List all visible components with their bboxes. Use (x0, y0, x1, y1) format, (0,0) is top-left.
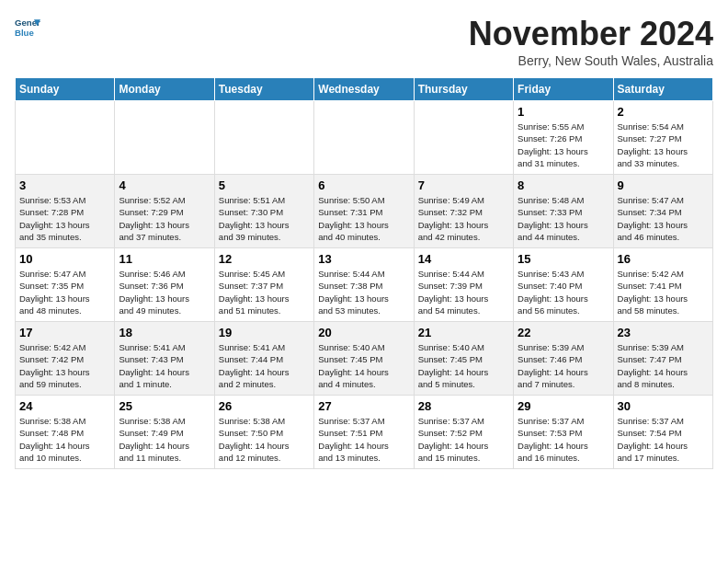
calendar-cell: 16Sunrise: 5:42 AM Sunset: 7:41 PM Dayli… (613, 248, 712, 322)
day-info: Sunrise: 5:40 AM Sunset: 7:45 PM Dayligh… (318, 341, 409, 390)
calendar-cell: 23Sunrise: 5:39 AM Sunset: 7:47 PM Dayli… (613, 322, 712, 396)
day-number: 12 (219, 252, 310, 266)
day-number: 22 (518, 326, 609, 339)
calendar-cell: 17Sunrise: 5:42 AM Sunset: 7:42 PM Dayli… (16, 322, 115, 396)
col-header-saturday: Saturday (613, 78, 712, 101)
col-header-sunday: Sunday (16, 78, 115, 101)
day-number: 13 (318, 252, 409, 266)
calendar-table: SundayMondayTuesdayWednesdayThursdayFrid… (15, 77, 713, 469)
logo-icon: General Blue (15, 15, 40, 40)
day-number: 29 (518, 399, 609, 413)
day-info: Sunrise: 5:42 AM Sunset: 7:42 PM Dayligh… (19, 341, 110, 390)
day-number: 5 (219, 178, 310, 192)
calendar-cell: 7Sunrise: 5:49 AM Sunset: 7:32 PM Daylig… (414, 175, 513, 248)
day-number: 10 (19, 252, 110, 266)
day-number: 3 (19, 178, 110, 192)
location-subtitle: Berry, New South Wales, Australia (469, 53, 713, 68)
day-number: 30 (618, 399, 709, 413)
calendar-cell: 6Sunrise: 5:50 AM Sunset: 7:31 PM Daylig… (314, 175, 414, 248)
calendar-cell (214, 101, 313, 175)
calendar-cell: 9Sunrise: 5:47 AM Sunset: 7:34 PM Daylig… (613, 175, 712, 248)
day-info: Sunrise: 5:37 AM Sunset: 7:54 PM Dayligh… (618, 415, 709, 464)
calendar-cell: 5Sunrise: 5:51 AM Sunset: 7:30 PM Daylig… (214, 175, 313, 248)
day-info: Sunrise: 5:40 AM Sunset: 7:45 PM Dayligh… (418, 341, 509, 390)
day-number: 16 (618, 252, 709, 266)
calendar-cell: 29Sunrise: 5:37 AM Sunset: 7:53 PM Dayli… (514, 396, 613, 469)
calendar-cell: 3Sunrise: 5:53 AM Sunset: 7:28 PM Daylig… (16, 175, 115, 248)
day-info: Sunrise: 5:53 AM Sunset: 7:28 PM Dayligh… (19, 194, 110, 243)
day-info: Sunrise: 5:50 AM Sunset: 7:31 PM Dayligh… (318, 194, 409, 243)
calendar-cell: 11Sunrise: 5:46 AM Sunset: 7:36 PM Dayli… (115, 248, 214, 322)
day-info: Sunrise: 5:49 AM Sunset: 7:32 PM Dayligh… (418, 194, 509, 243)
day-number: 8 (518, 178, 609, 192)
calendar-cell: 12Sunrise: 5:45 AM Sunset: 7:37 PM Dayli… (214, 248, 313, 322)
day-number: 1 (518, 105, 609, 119)
day-info: Sunrise: 5:55 AM Sunset: 7:26 PM Dayligh… (518, 121, 609, 169)
calendar-cell: 13Sunrise: 5:44 AM Sunset: 7:38 PM Dayli… (314, 248, 414, 322)
day-info: Sunrise: 5:47 AM Sunset: 7:35 PM Dayligh… (19, 268, 110, 316)
day-info: Sunrise: 5:41 AM Sunset: 7:44 PM Dayligh… (219, 341, 310, 390)
week-row-5: 24Sunrise: 5:38 AM Sunset: 7:48 PM Dayli… (16, 396, 713, 469)
day-number: 18 (119, 326, 210, 339)
col-header-friday: Friday (514, 78, 613, 101)
calendar-cell: 25Sunrise: 5:38 AM Sunset: 7:49 PM Dayli… (115, 396, 214, 469)
day-number: 9 (618, 178, 709, 192)
day-info: Sunrise: 5:37 AM Sunset: 7:53 PM Dayligh… (518, 415, 609, 464)
col-header-thursday: Thursday (414, 78, 513, 101)
week-row-1: 1Sunrise: 5:55 AM Sunset: 7:26 PM Daylig… (16, 101, 713, 175)
day-number: 21 (418, 326, 509, 339)
col-header-wednesday: Wednesday (314, 78, 414, 101)
week-row-2: 3Sunrise: 5:53 AM Sunset: 7:28 PM Daylig… (16, 175, 713, 248)
day-info: Sunrise: 5:37 AM Sunset: 7:52 PM Dayligh… (418, 415, 509, 464)
calendar-cell: 15Sunrise: 5:43 AM Sunset: 7:40 PM Dayli… (514, 248, 613, 322)
col-header-monday: Monday (115, 78, 214, 101)
calendar-cell (314, 101, 414, 175)
calendar-cell: 21Sunrise: 5:40 AM Sunset: 7:45 PM Dayli… (414, 322, 513, 396)
calendar-cell: 8Sunrise: 5:48 AM Sunset: 7:33 PM Daylig… (514, 175, 613, 248)
day-number: 24 (19, 399, 110, 413)
calendar-cell: 4Sunrise: 5:52 AM Sunset: 7:29 PM Daylig… (115, 175, 214, 248)
header-row: SundayMondayTuesdayWednesdayThursdayFrid… (16, 78, 713, 101)
logo: General Blue (15, 15, 40, 40)
day-number: 6 (318, 178, 409, 192)
calendar-cell: 26Sunrise: 5:38 AM Sunset: 7:50 PM Dayli… (214, 396, 313, 469)
calendar-cell: 22Sunrise: 5:39 AM Sunset: 7:46 PM Dayli… (514, 322, 613, 396)
day-number: 19 (219, 326, 310, 339)
day-number: 11 (119, 252, 210, 266)
day-info: Sunrise: 5:42 AM Sunset: 7:41 PM Dayligh… (618, 268, 709, 316)
day-info: Sunrise: 5:37 AM Sunset: 7:51 PM Dayligh… (318, 415, 409, 464)
day-info: Sunrise: 5:51 AM Sunset: 7:30 PM Dayligh… (219, 194, 310, 243)
calendar-cell: 27Sunrise: 5:37 AM Sunset: 7:51 PM Dayli… (314, 396, 414, 469)
day-info: Sunrise: 5:38 AM Sunset: 7:48 PM Dayligh… (19, 415, 110, 464)
day-info: Sunrise: 5:52 AM Sunset: 7:29 PM Dayligh… (119, 194, 210, 243)
week-row-4: 17Sunrise: 5:42 AM Sunset: 7:42 PM Dayli… (16, 322, 713, 396)
day-info: Sunrise: 5:43 AM Sunset: 7:40 PM Dayligh… (518, 268, 609, 316)
day-info: Sunrise: 5:48 AM Sunset: 7:33 PM Dayligh… (518, 194, 609, 243)
day-number: 14 (418, 252, 509, 266)
calendar-cell: 30Sunrise: 5:37 AM Sunset: 7:54 PM Dayli… (613, 396, 712, 469)
day-info: Sunrise: 5:46 AM Sunset: 7:36 PM Dayligh… (119, 268, 210, 316)
day-number: 15 (518, 252, 609, 266)
week-row-3: 10Sunrise: 5:47 AM Sunset: 7:35 PM Dayli… (16, 248, 713, 322)
calendar-cell: 24Sunrise: 5:38 AM Sunset: 7:48 PM Dayli… (16, 396, 115, 469)
day-info: Sunrise: 5:39 AM Sunset: 7:46 PM Dayligh… (518, 341, 609, 390)
calendar-cell: 19Sunrise: 5:41 AM Sunset: 7:44 PM Dayli… (214, 322, 313, 396)
day-number: 4 (119, 178, 210, 192)
day-number: 23 (618, 326, 709, 339)
day-number: 27 (318, 399, 409, 413)
day-info: Sunrise: 5:44 AM Sunset: 7:39 PM Dayligh… (418, 268, 509, 316)
day-info: Sunrise: 5:54 AM Sunset: 7:27 PM Dayligh… (618, 121, 709, 169)
calendar-cell: 20Sunrise: 5:40 AM Sunset: 7:45 PM Dayli… (314, 322, 414, 396)
calendar-cell: 28Sunrise: 5:37 AM Sunset: 7:52 PM Dayli… (414, 396, 513, 469)
day-number: 28 (418, 399, 509, 413)
day-info: Sunrise: 5:39 AM Sunset: 7:47 PM Dayligh… (618, 341, 709, 390)
calendar-cell: 10Sunrise: 5:47 AM Sunset: 7:35 PM Dayli… (16, 248, 115, 322)
day-number: 2 (618, 105, 709, 119)
title-area: November 2024 Berry, New South Wales, Au… (469, 15, 713, 68)
day-number: 26 (219, 399, 310, 413)
day-info: Sunrise: 5:41 AM Sunset: 7:43 PM Dayligh… (119, 341, 210, 390)
calendar-cell: 1Sunrise: 5:55 AM Sunset: 7:26 PM Daylig… (514, 101, 613, 175)
calendar-cell (414, 101, 513, 175)
calendar-cell (16, 101, 115, 175)
day-info: Sunrise: 5:38 AM Sunset: 7:50 PM Dayligh… (219, 415, 310, 464)
